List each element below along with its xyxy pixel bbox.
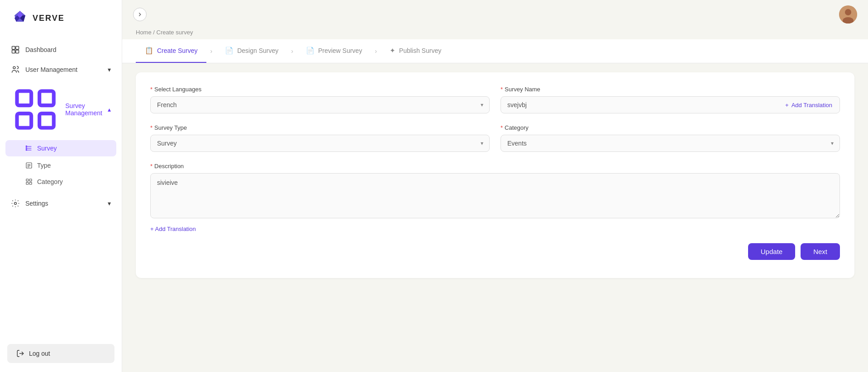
step-chevron-2: ›	[287, 47, 297, 55]
publish-survey-tab-icon: ✦	[390, 47, 396, 55]
form-actions: Update Next	[150, 243, 840, 260]
survey-name-label: * Survey Name	[501, 86, 840, 93]
svg-rect-9	[17, 91, 32, 106]
tab-create-survey[interactable]: 📋 Create Survey	[136, 39, 206, 63]
create-survey-tab-label: Create Survey	[157, 47, 197, 54]
svg-rect-18	[26, 150, 27, 151]
survey-name-input-row: + Add Translation	[501, 96, 840, 113]
user-management-chevron: ▾	[108, 66, 111, 73]
design-survey-tab-label: Design Survey	[237, 47, 278, 54]
form-row-1: * Select Languages French English Spanis…	[150, 86, 840, 113]
avatar-image	[839, 5, 857, 24]
next-button[interactable]: Next	[801, 243, 840, 260]
svg-rect-4	[12, 47, 15, 50]
sidebar-item-type[interactable]: Type	[0, 157, 122, 174]
survey-list-icon	[25, 145, 33, 152]
update-button[interactable]: Update	[748, 243, 795, 260]
languages-field: * Select Languages French English Spanis…	[150, 86, 490, 113]
sidebar-item-category[interactable]: Category	[0, 174, 122, 190]
description-add-translation-text: + Add Translation	[150, 226, 196, 232]
settings-icon	[11, 199, 20, 208]
svg-rect-26	[29, 183, 32, 185]
svg-rect-16	[26, 146, 27, 147]
sidebar-item-user-management[interactable]: User Management ▾	[0, 60, 122, 80]
svg-rect-17	[26, 148, 27, 149]
languages-required-star: *	[150, 86, 153, 93]
step-tabs: 📋 Create Survey › 📄 Design Survey › 📄 Pr…	[122, 39, 868, 63]
collapse-sidebar-button[interactable]	[133, 8, 147, 21]
category-label: * Category	[501, 124, 840, 131]
survey-management-label: Survey Management	[65, 102, 102, 117]
svg-rect-5	[16, 47, 19, 50]
svg-rect-24	[29, 179, 32, 181]
dashboard-icon	[11, 45, 20, 54]
description-field: * Description sivieive	[150, 163, 840, 220]
breadcrumb-current: Create survey	[157, 29, 193, 36]
survey-name-add-translation-button[interactable]: + Add Translation	[778, 102, 839, 108]
survey-type-select[interactable]: Survey Poll Quiz	[150, 135, 490, 152]
survey-management-chevron: ▴	[108, 106, 111, 113]
logout-icon	[16, 349, 24, 358]
survey-type-field: * Survey Type Survey Poll Quiz	[150, 124, 490, 152]
logout-button[interactable]: Log out	[7, 344, 114, 363]
survey-name-field: * Survey Name + Add Translation	[501, 86, 840, 113]
svg-rect-25	[26, 183, 29, 185]
svg-point-30	[845, 9, 851, 15]
survey-name-required-star: *	[501, 86, 503, 93]
languages-label: * Select Languages	[150, 86, 490, 93]
top-bar	[122, 0, 868, 29]
breadcrumb-home[interactable]: Home	[136, 29, 152, 36]
main-content: Home / Create survey 📋 Create Survey › 📄…	[122, 0, 868, 372]
type-icon	[25, 162, 33, 169]
chevron-right-icon	[137, 11, 143, 18]
svg-point-27	[14, 202, 17, 205]
logout-label: Log out	[29, 350, 50, 357]
step-chevron-1: ›	[206, 47, 216, 55]
tab-publish-survey[interactable]: ✦ Publish Survey	[381, 39, 450, 63]
description-textarea[interactable]: sivieive	[150, 173, 840, 218]
user-avatar[interactable]	[839, 5, 857, 24]
languages-select[interactable]: French English Spanish	[150, 96, 490, 113]
step-chevron-3: ›	[371, 47, 381, 55]
category-required-star: *	[501, 124, 503, 131]
description-add-translation-link[interactable]: + Add Translation	[150, 226, 840, 232]
create-survey-form: * Select Languages French English Spanis…	[136, 72, 854, 278]
user-management-icon	[11, 65, 20, 74]
sidebar-item-survey[interactable]: Survey	[5, 140, 116, 156]
svg-rect-7	[16, 50, 19, 53]
svg-rect-10	[39, 91, 54, 106]
breadcrumb: Home / Create survey	[122, 29, 868, 39]
sidebar: VERVE Dashboard User Management ▾	[0, 0, 122, 372]
survey-sub-label: Survey	[37, 145, 57, 152]
settings-chevron: ▾	[108, 200, 111, 207]
category-select-wrapper: Events Feedback Research	[501, 135, 840, 152]
svg-rect-19	[26, 163, 32, 168]
tab-preview-survey[interactable]: 📄 Preview Survey	[297, 39, 371, 63]
dashboard-label: Dashboard	[25, 46, 57, 53]
category-sub-label: Category	[37, 178, 63, 185]
category-field: * Category Events Feedback Research	[501, 124, 840, 152]
category-icon	[25, 178, 33, 185]
survey-name-input[interactable]	[501, 97, 778, 113]
svg-rect-23	[26, 179, 29, 181]
design-survey-tab-icon: 📄	[225, 47, 234, 55]
logo-area: VERVE	[0, 0, 122, 36]
settings-label: Settings	[25, 200, 48, 207]
svg-rect-11	[17, 113, 32, 128]
description-required-star: *	[150, 163, 153, 170]
tab-design-survey[interactable]: 📄 Design Survey	[216, 39, 287, 63]
survey-type-select-wrapper: Survey Poll Quiz	[150, 135, 490, 152]
publish-survey-tab-label: Publish Survey	[399, 47, 441, 54]
sidebar-item-dashboard[interactable]: Dashboard	[0, 40, 122, 60]
category-select[interactable]: Events Feedback Research	[501, 135, 840, 152]
languages-select-wrapper: French English Spanish	[150, 96, 490, 113]
sidebar-item-settings[interactable]: Settings ▾	[0, 193, 122, 213]
sidebar-nav: Dashboard User Management ▾ Survey Manag…	[0, 36, 122, 335]
add-translation-plus: +	[785, 102, 789, 108]
svg-rect-12	[39, 113, 54, 128]
create-survey-tab-icon: 📋	[145, 47, 153, 55]
svg-point-8	[13, 66, 15, 69]
breadcrumb-separator: /	[153, 29, 155, 36]
sidebar-item-survey-management[interactable]: Survey Management ▴	[0, 80, 122, 139]
description-label: * Description	[150, 163, 840, 170]
